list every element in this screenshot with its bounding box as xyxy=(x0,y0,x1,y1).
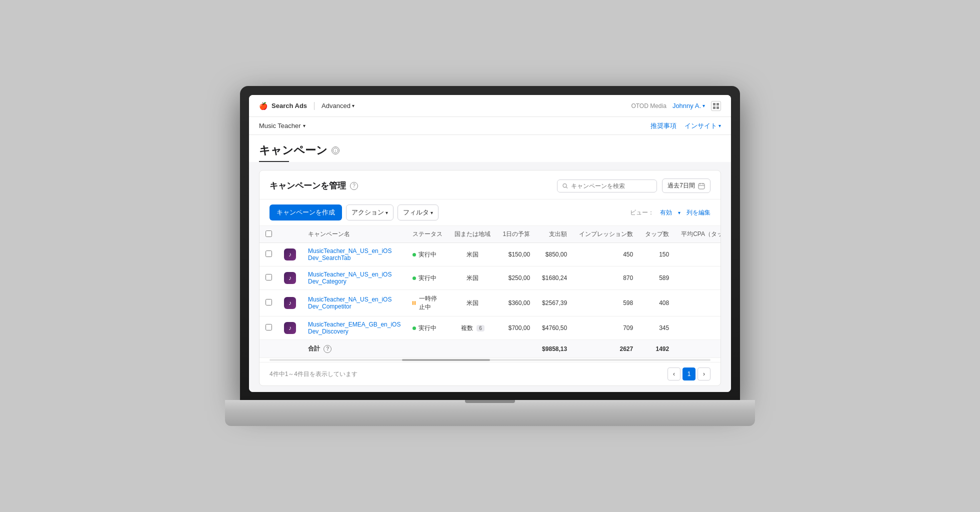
svg-text:i: i xyxy=(335,148,336,153)
card-title: キャンペーンを管理 xyxy=(270,180,346,192)
sub-nav-right: 推奨事項 インサイト ▾ xyxy=(650,122,721,130)
region-value: 複数 xyxy=(461,324,473,332)
view-label: ビュー： xyxy=(630,208,654,217)
taps-value: 408 xyxy=(639,290,675,316)
impressions-value: 709 xyxy=(573,316,639,340)
app-icon: ♪ xyxy=(284,248,296,260)
header-avg-cpa: 平均CPA（タップスルー） xyxy=(675,226,721,243)
running-dot-icon xyxy=(412,276,416,280)
section-info-icon[interactable]: ? xyxy=(350,182,358,190)
campaign-name-link[interactable]: MusicTeacher_NA_US_en_iOS Dev_Category xyxy=(308,271,392,285)
insights-chevron-icon: ▾ xyxy=(718,123,721,128)
card-controls: 過去7日間 xyxy=(557,178,710,193)
search-ads-label: Search Ads xyxy=(272,102,307,110)
filter-chevron-icon: ▾ xyxy=(430,210,433,216)
page-header: キャンペーン i xyxy=(249,135,731,162)
search-box[interactable] xyxy=(557,180,657,192)
action-chevron-icon: ▾ xyxy=(386,210,388,216)
header-region: 国または地域 xyxy=(448,226,496,243)
top-navigation: 🍎 Search Ads Advanced ▾ OTOD Media Jo xyxy=(249,95,731,117)
layout-icon xyxy=(713,103,719,109)
campaign-name-link[interactable]: MusicTeacher_NA_US_en_iOS Dev_Competitor xyxy=(308,296,392,310)
daily-budget-value: $360,00 xyxy=(496,290,536,316)
svg-rect-0 xyxy=(713,103,716,106)
view-value-button[interactable]: 有効 xyxy=(660,208,672,217)
campaign-name-link[interactable]: MusicTeacher_EMEA_GB_en_iOS Dev_Discover… xyxy=(308,321,400,335)
campaign-name-link[interactable]: MusicTeacher_NA_US_en_iOS Dev_SearchTab xyxy=(308,248,392,262)
total-info-icon[interactable]: ? xyxy=(324,345,332,353)
insights-link[interactable]: インサイト xyxy=(684,122,717,130)
page-title-info-icon[interactable]: i xyxy=(332,146,340,154)
svg-rect-3 xyxy=(716,106,719,109)
table-toolbar: キャンペーンを作成 アクション ▾ フィルタ ▾ xyxy=(260,200,720,226)
avg-cpa-value: $2,05 xyxy=(675,290,721,316)
pagination-controls: ‹ 1 › xyxy=(668,368,710,380)
spend-value: $850,00 xyxy=(536,243,573,266)
campaign-search-input[interactable] xyxy=(571,182,652,190)
impressions-value: 870 xyxy=(573,266,639,290)
header-campaign-name: キャンペーン名 xyxy=(302,226,406,243)
pause-icon xyxy=(412,301,416,305)
region-value: 米国 xyxy=(466,251,478,258)
sub-navigation: Music Teacher ▾ 推奨事項 インサイト ▾ xyxy=(249,117,731,135)
svg-line-7 xyxy=(566,186,568,188)
next-page-button[interactable]: › xyxy=(698,368,710,380)
page-1-button[interactable]: 1 xyxy=(682,368,696,380)
select-all-checkbox[interactable] xyxy=(266,230,272,237)
total-row: 合計 ? $9858,13 2627 1492 $2,83 xyxy=(260,340,721,358)
prev-page-button[interactable]: ‹ xyxy=(668,368,680,380)
row-checkbox-0[interactable] xyxy=(266,250,272,257)
nav-divider xyxy=(314,102,314,110)
daily-budget-value: $250,00 xyxy=(496,266,536,290)
campaign-card: キャンペーンを管理 ? xyxy=(259,170,721,386)
app-icon: ♪ xyxy=(284,322,296,334)
table-body: ♪MusicTeacher_NA_US_en_iOS Dev_SearchTab… xyxy=(260,243,721,358)
nav-right: OTOD Media Johnny A. ▾ xyxy=(631,101,721,111)
header-spend: 支出額 xyxy=(536,226,573,243)
toolbar-left: キャンペーンを作成 アクション ▾ フィルタ ▾ xyxy=(270,204,438,220)
avg-cpa-value: $1,56 xyxy=(675,243,721,266)
date-filter-button[interactable]: 過去7日間 xyxy=(662,178,710,193)
region-value: 米国 xyxy=(466,300,478,306)
edit-columns-button[interactable]: 列を編集 xyxy=(686,208,710,217)
app-chevron-icon: ▾ xyxy=(303,123,306,128)
page-title-row: キャンペーン i xyxy=(259,143,721,158)
org-label: OTOD Media xyxy=(631,102,666,110)
status-badge: 実行中 xyxy=(412,250,436,259)
spend-value: $4760,50 xyxy=(536,316,573,340)
calendar-icon xyxy=(698,182,705,190)
advanced-button[interactable]: Advanced ▾ xyxy=(322,102,354,110)
app-icon: ♪ xyxy=(284,272,296,284)
chevron-down-icon: ▾ xyxy=(352,103,354,108)
row-checkbox-3[interactable] xyxy=(266,324,272,330)
svg-rect-1 xyxy=(716,103,719,106)
status-badge: 実行中 xyxy=(412,324,436,332)
taps-value: 345 xyxy=(639,316,675,340)
layout-toggle-button[interactable] xyxy=(711,101,721,111)
action-dropdown-button[interactable]: アクション ▾ xyxy=(346,204,394,220)
status-badge: 一時停止中 xyxy=(412,294,442,312)
row-checkbox-1[interactable] xyxy=(266,274,272,280)
running-dot-icon xyxy=(412,326,416,330)
user-menu-button[interactable]: Johnny A. ▾ xyxy=(672,102,705,110)
app-selector-button[interactable]: Music Teacher ▾ xyxy=(259,122,306,130)
total-taps: 1492 xyxy=(639,340,675,358)
toolbar-right: ビュー： 有効 ▾ 列を編集 xyxy=(630,208,710,217)
svg-rect-2 xyxy=(713,106,716,109)
recommendations-link[interactable]: 推奨事項 xyxy=(650,122,676,130)
filter-dropdown-button[interactable]: フィルタ ▾ xyxy=(398,204,438,220)
horizontal-scrollbar[interactable] xyxy=(270,359,710,361)
row-checkbox-2[interactable] xyxy=(266,299,272,306)
total-label: 合計 ? xyxy=(302,340,406,358)
create-campaign-button[interactable]: キャンペーンを作成 xyxy=(270,204,342,220)
search-icon xyxy=(562,183,568,189)
header-checkbox-col xyxy=(260,226,278,243)
result-count-label: 4件中1～4件目を表示しています xyxy=(270,370,358,378)
pagination-area: 4件中1～4件目を表示しています ‹ 1 › xyxy=(260,362,720,386)
avg-cpa-value: $3,20 xyxy=(675,266,721,290)
apple-logo-icon: 🍎 xyxy=(259,102,268,110)
taps-value: 150 xyxy=(639,243,675,266)
total-impressions: 2627 xyxy=(573,340,639,358)
view-chevron-icon: ▾ xyxy=(678,210,680,216)
total-avg-cpa: $2,83 xyxy=(675,340,721,358)
